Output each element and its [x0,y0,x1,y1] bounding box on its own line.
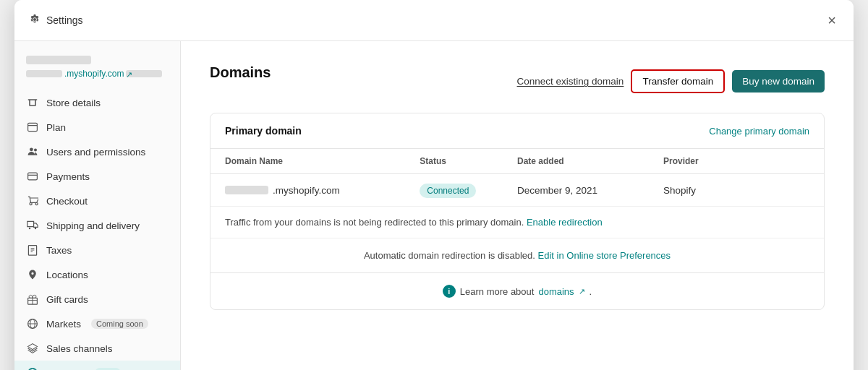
store-info: .myshopify.com ↗ [14,56,180,90]
close-button[interactable]: × [825,10,839,30]
learn-more-suffix: . [590,286,592,297]
sidebar-item-label: Locations [46,270,88,280]
transfer-domain-button[interactable]: Transfer domain [631,69,725,93]
main-content: Domains Connect existing domain Transfer… [181,41,854,370]
sidebar-item-store-details[interactable]: Store details [14,90,180,115]
sidebar-item-payments[interactable]: Payments [14,164,180,189]
col-provider: Provider [663,156,809,166]
sidebar-item-label: Markets [46,319,81,330]
external-link-icon: ↗ [126,70,162,77]
provider-cell: Shopify [663,185,809,196]
learn-more-section: i Learn more about domains ↗ . [210,273,824,309]
domains-learn-more-link[interactable]: domains [538,286,574,297]
connected-badge: Connected [420,184,476,198]
modal-header: Settings × [14,0,854,41]
settings-modal: Settings × .myshopify.com ↗ Store detail… [14,0,854,370]
sidebar-item-shipping[interactable]: Shipping and delivery [14,213,180,238]
domain-suffix: .myshopify.com [273,185,340,196]
table-row: .myshopify.com Connected December 9, 202… [210,174,824,207]
domain-name-cell: .myshopify.com [225,185,420,196]
col-date-added: Date added [517,156,663,166]
channels-icon [26,342,39,355]
sidebar-item-checkout[interactable]: Checkout [14,189,180,213]
domain-blur [225,186,268,194]
svg-point-7 [35,228,36,229]
sidebar-item-label: Shipping and delivery [46,220,140,231]
redirect-notice: Automatic domain redirection is disabled… [210,238,824,273]
sidebar-item-locations[interactable]: Locations [14,262,180,287]
sidebar: .myshopify.com ↗ Store details Plan [14,41,181,370]
markets-globe-icon [26,317,39,330]
store-url: .myshopify.com ↗ [26,69,169,79]
modal-body: .myshopify.com ↗ Store details Plan [14,41,854,370]
location-pin-icon [26,268,39,281]
store-url-blur [26,70,62,77]
traffic-notice: Traffic from your domains is not being r… [210,207,824,238]
col-status: Status [420,156,517,166]
sidebar-item-label: Plan [46,122,66,133]
domains-title-row: Domains Connect existing domain Transfer… [210,64,825,98]
sidebar-item-label: Payments [46,171,90,182]
sidebar-item-label: Users and permissions [46,147,145,158]
buy-new-domain-button[interactable]: Buy new domain [732,70,825,92]
sidebar-item-label: Sales channels [46,343,113,354]
sidebar-item-markets[interactable]: Markets Coming soon [14,311,180,336]
sidebar-item-label: Store details [46,98,101,108]
redirect-notice-text: Automatic domain redirection is disabled… [364,250,535,261]
status-cell: Connected [420,184,517,196]
enable-redirection-link[interactable]: Enable redirection [527,217,603,228]
domains-header-actions: Connect existing domain Transfer domain … [517,69,825,93]
primary-domain-title: Primary domain [225,125,302,137]
svg-rect-0 [28,123,38,131]
primary-domain-card: Primary domain Change primary domain Dom… [210,113,825,310]
users-icon [26,145,39,158]
sidebar-item-plan[interactable]: Plan [14,115,180,139]
domains-globe-icon [26,366,39,370]
store-url-domain[interactable]: .myshopify.com [64,69,124,79]
sidebar-item-label: Taxes [46,245,72,256]
modal-title-area: Settings [29,14,83,27]
learn-more-text: Learn more about [460,286,535,297]
connect-existing-button[interactable]: Connect existing domain [517,76,624,87]
sidebar-item-label: Checkout [46,196,88,207]
sidebar-item-gift-cards[interactable]: Gift cards [14,287,180,311]
svg-point-3 [34,149,37,152]
table-header: Domain Name Status Date added Provider [210,149,824,174]
sidebar-item-taxes[interactable]: Taxes [14,238,180,262]
sidebar-item-sales-channels[interactable]: Sales channels [14,336,180,361]
svg-rect-4 [28,173,38,180]
sidebar-item-label: Domains [46,368,85,371]
svg-point-6 [29,228,30,229]
store-name-placeholder [26,56,91,64]
edit-preferences-link[interactable]: Edit in Online store Preferences [538,250,671,261]
settings-gear-icon [29,14,41,27]
svg-point-2 [30,147,33,151]
modal-title: Settings [46,14,83,26]
external-link-icon: ↗ [579,287,585,296]
sidebar-item-domains[interactable]: Domains New [14,361,180,370]
payments-icon [26,170,39,183]
traffic-notice-text: Traffic from your domains is not being r… [225,217,524,228]
sidebar-item-users[interactable]: Users and permissions [14,139,180,164]
gift-icon [26,293,39,306]
shipping-icon [26,219,39,232]
checkout-icon [26,194,39,207]
date-cell: December 9, 2021 [517,185,663,196]
page-title: Domains [210,64,271,81]
sidebar-item-label: Gift cards [46,294,88,305]
info-icon: i [443,285,456,298]
col-domain-name: Domain Name [225,156,420,166]
card-header: Primary domain Change primary domain [210,113,824,149]
store-icon [26,96,39,109]
coming-soon-badge: Coming soon [91,319,148,329]
change-primary-link[interactable]: Change primary domain [709,126,809,137]
plan-icon [26,121,39,134]
taxes-icon [26,244,39,257]
